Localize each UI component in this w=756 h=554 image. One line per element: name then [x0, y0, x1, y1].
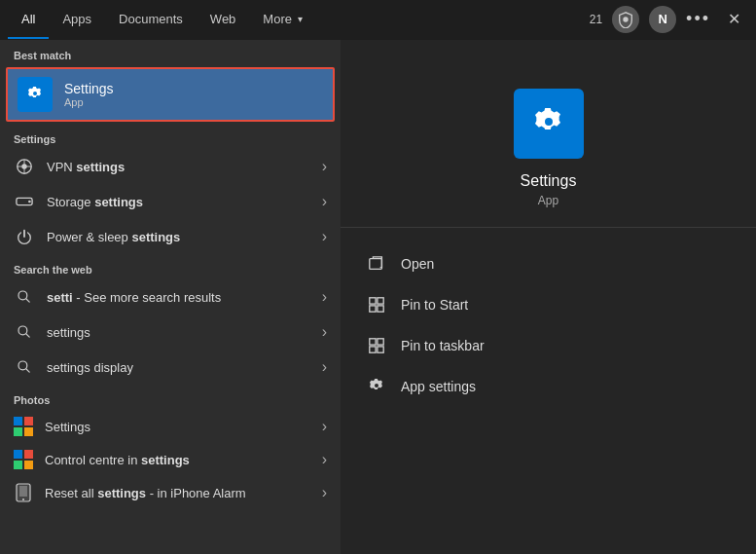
power-label: Power & sleep settings	[47, 230, 322, 244]
nav-right: 21 N ••• ✕	[590, 6, 748, 33]
avatar[interactable]: N	[649, 6, 676, 33]
search-icon	[14, 321, 35, 343]
right-panel: Settings App Open	[341, 40, 756, 554]
open-icon	[366, 253, 387, 275]
chevron-icon	[322, 288, 327, 306]
svg-rect-27	[378, 347, 383, 352]
settings-app-icon	[18, 77, 53, 112]
phone-icon	[14, 483, 33, 502]
action-open[interactable]: Open	[360, 243, 737, 284]
chevron-icon	[322, 484, 327, 501]
svg-rect-15	[24, 461, 33, 469]
setti-label: setti - See more search results	[47, 290, 322, 305]
photos-settings-label: Settings	[45, 420, 322, 434]
vpn-label: VPN settings	[47, 160, 322, 174]
nav-tabs: All Apps Documents Web More ▾	[8, 0, 590, 39]
svg-rect-20	[370, 298, 376, 304]
list-item-power[interactable]: Power & sleep settings	[0, 219, 341, 254]
list-item-settings-web[interactable]: settings	[0, 314, 341, 350]
svg-point-4	[28, 201, 31, 203]
svg-rect-21	[378, 298, 383, 304]
tab-more[interactable]: More ▾	[249, 0, 316, 39]
svg-rect-24	[370, 339, 376, 345]
list-item-control-centre[interactable]: Control centre in settings	[0, 443, 341, 476]
storage-icon	[14, 191, 35, 212]
best-match-subtitle: App	[64, 96, 114, 108]
action-pin-start[interactable]: Pin to Start	[360, 284, 737, 325]
photo-app-icon-2	[14, 450, 33, 469]
svg-rect-26	[370, 347, 376, 352]
chevron-icon	[322, 193, 327, 210]
storage-label: Storage settings	[47, 195, 322, 209]
chevron-icon	[322, 418, 327, 435]
list-item-photos-settings[interactable]: Settings	[0, 410, 341, 443]
list-item-settings-display[interactable]: settings display	[0, 350, 341, 385]
svg-rect-19	[370, 259, 382, 270]
svg-point-0	[623, 17, 628, 21]
list-item-vpn[interactable]: VPN settings	[0, 149, 341, 184]
power-icon	[14, 226, 35, 247]
right-app-icon	[514, 89, 584, 159]
close-button[interactable]: ✕	[720, 6, 748, 32]
svg-rect-22	[370, 306, 376, 312]
tab-documents[interactable]: Documents	[105, 0, 197, 39]
photos-section-header: Photos	[0, 385, 341, 410]
svg-rect-11	[24, 427, 33, 436]
svg-rect-10	[14, 427, 22, 436]
svg-rect-23	[378, 306, 383, 312]
pin-start-icon	[366, 294, 387, 315]
vpn-icon	[14, 156, 35, 177]
svg-rect-9	[24, 417, 33, 425]
action-pin-taskbar[interactable]: Pin to taskbar	[360, 325, 737, 366]
tab-web[interactable]: Web	[197, 0, 250, 39]
best-match-title: Settings	[64, 81, 114, 96]
chevron-icon	[322, 451, 327, 468]
svg-rect-25	[378, 339, 383, 345]
pin-start-label: Pin to Start	[401, 297, 468, 313]
list-item-setti[interactable]: setti - See more search results	[0, 279, 341, 314]
app-settings-label: App settings	[401, 379, 476, 394]
list-item-storage[interactable]: Storage settings	[0, 184, 341, 219]
web-section-header: Search the web	[0, 254, 341, 279]
settings-display-label: settings display	[47, 360, 322, 375]
nav-count: 21	[590, 13, 602, 26]
nav-shield-badge[interactable]	[612, 6, 639, 33]
pin-taskbar-icon	[366, 335, 387, 356]
svg-rect-8	[14, 417, 22, 425]
top-nav: All Apps Documents Web More ▾ 21 N ••• ✕	[0, 0, 756, 40]
more-options-button[interactable]: •••	[686, 9, 710, 29]
app-info: Settings App	[341, 59, 756, 228]
best-match-text: Settings App	[64, 81, 114, 108]
control-centre-label: Control centre in settings	[45, 453, 322, 467]
action-app-settings[interactable]: App settings	[360, 366, 737, 407]
photo-app-icon	[14, 417, 33, 436]
svg-point-7	[18, 361, 27, 370]
left-panel: Best match Settings App Settings	[0, 40, 341, 554]
svg-rect-14	[14, 461, 22, 469]
right-app-type: App	[538, 194, 558, 207]
svg-rect-12	[14, 450, 22, 459]
best-match-item[interactable]: Settings App	[6, 67, 335, 122]
tab-apps[interactable]: Apps	[49, 0, 105, 39]
best-match-header: Best match	[0, 40, 341, 65]
open-label: Open	[401, 256, 434, 272]
main-content: Best match Settings App Settings	[0, 40, 756, 554]
search-icon	[14, 356, 35, 378]
chevron-down-icon: ▾	[298, 14, 303, 24]
svg-point-18	[22, 499, 24, 500]
right-app-name: Settings	[521, 172, 577, 190]
pin-taskbar-label: Pin to taskbar	[401, 338, 485, 353]
svg-point-6	[18, 326, 27, 335]
tab-all[interactable]: All	[8, 0, 49, 39]
chevron-icon	[322, 323, 327, 341]
svg-rect-13	[24, 450, 33, 459]
list-item-reset-settings[interactable]: Reset all settings - in iPhone Alarm	[0, 476, 341, 509]
settings-section-header: Settings	[0, 124, 341, 149]
chevron-icon	[322, 228, 327, 245]
settings-web-label: settings	[47, 325, 322, 340]
search-icon	[14, 286, 35, 308]
reset-settings-label: Reset all settings - in iPhone Alarm	[45, 486, 322, 500]
svg-point-5	[18, 291, 27, 300]
svg-rect-17	[19, 486, 27, 497]
app-settings-icon	[366, 376, 387, 397]
